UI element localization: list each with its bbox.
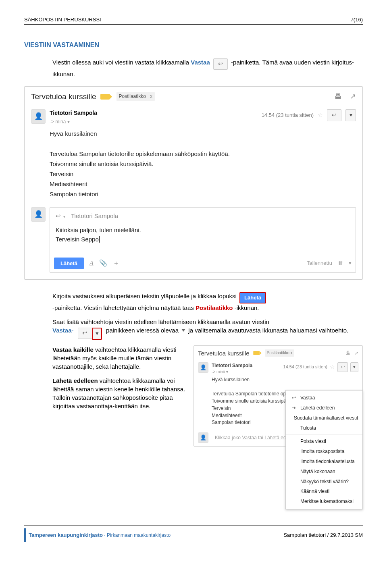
sc-sender: Tietotori Sampola (212, 363, 252, 368)
gc-header: Tervetuloa kurssille Postilaatikko x 🖶 ↗ (25, 87, 362, 107)
reply-line: Terveisin Seppo (56, 236, 99, 243)
menu-item-delete[interactable]: Poista viesti (286, 436, 362, 447)
star-icon[interactable]: ☆ (318, 111, 323, 119)
open-external-icon[interactable]: ↗ (354, 350, 358, 357)
gc-subject: Tervetuloa kurssille (31, 91, 96, 102)
reply-icon: ↩ (291, 395, 297, 401)
star-icon[interactable]: ☆ (330, 363, 335, 371)
reply-mode-icon[interactable]: ↩▾ (56, 212, 65, 220)
sender-name: Tietotori Sampola (50, 110, 97, 116)
print-icon[interactable]: 🖶 (335, 91, 342, 102)
body-line: Mediasihteerit (50, 180, 356, 188)
body-line: Sampolan tietotori (50, 190, 356, 198)
menu-item-mark-unread[interactable]: Merkitse lukemattomaksi (286, 497, 362, 507)
body-line: Tervetuloa Sampolan tietotorille opiskel… (50, 150, 356, 158)
reply-to[interactable]: Tietotori Sampola (71, 212, 118, 220)
p4-bold: Vastaa kaikille (52, 346, 94, 353)
p2-text-c: -ikkunan. (235, 304, 259, 311)
p5-bold: Lähetä edelleen (52, 377, 98, 384)
body-line: Toivomme sinulle antoisia kurssipäiviä. (50, 160, 356, 168)
p3-text-a: Saat lisää vaihtoehtoja viestin edelleen… (52, 318, 269, 325)
saved-label: Tallennettu (307, 260, 332, 267)
body-line: Hyvä kurssilainen (50, 129, 356, 138)
menu-item-garbled[interactable]: Näkyykö teksti väärin? (286, 477, 362, 487)
p3-bold: Vastaa- (52, 327, 74, 334)
footer-line1: Tampereen kaupunginkirjasto (29, 532, 103, 538)
doc-header: SÄHKÖPOSTIN PERUSKURSSI 7(16) (24, 16, 363, 25)
menu-item-report-spam[interactable]: Ilmoita roskapostista (286, 447, 362, 457)
menu-item-show-original[interactable]: Näytä kokonaan (286, 467, 362, 477)
label-tag-icon[interactable] (100, 94, 109, 100)
doc-header-left: SÄHKÖPOSTIN PERUSKURSSI (24, 16, 101, 23)
reply-icon: ↩ (213, 58, 228, 70)
avatar: 👤 (31, 109, 46, 124)
paragraph-3: Saat lisää vaihtoehtoja viestin edelleen… (52, 318, 363, 340)
discard-icon[interactable]: 🗑 (338, 260, 343, 267)
chip-label: Postilaatikko (119, 93, 146, 100)
send-button-inline: Lähetä (239, 292, 266, 303)
gc-sender-row: 👤 Tietotori Sampola -> minä ▾ 14.54 (23 … (25, 107, 362, 125)
timestamp: 14.54 (23 tuntia sitten) (262, 112, 314, 119)
paragraph-2: Kirjoita vastauksesi alkuperäisen teksti… (52, 292, 363, 312)
sc-line: Hyvä kurssilainen (212, 376, 358, 383)
open-external-icon[interactable]: ↗ (350, 91, 356, 102)
body-line: Terveisin (50, 170, 356, 178)
sc-hint-link1[interactable]: Vastaa (242, 435, 256, 440)
reply-icon: ↩ (78, 328, 92, 339)
paragraph-5: Lähetä edelleen vaihtoehtoa klikkaamalla… (52, 376, 185, 410)
send-button[interactable]: Lähetä (54, 258, 84, 269)
p2-text-b: -painiketta. Viestin lähetettyään ohjelm… (52, 304, 196, 311)
print-icon[interactable]: 🖶 (345, 350, 350, 357)
doc-header-right: 7(16) (351, 16, 363, 23)
p3-text-b: painikkeen vieressä olevaa (106, 327, 180, 334)
reply-split-button-inline: ↩ ▾ (78, 328, 102, 340)
footer-line2: Pirkanmaan maakuntakirjasto (107, 532, 171, 538)
triangle-down-icon (181, 329, 185, 332)
menu-item-reply[interactable]: ↩Vastaa (286, 393, 362, 403)
sc-avatar: 👤 (198, 432, 208, 443)
p1-bold: Vastaa (191, 59, 210, 66)
sc-chip[interactable]: Postilaatikko x (265, 349, 295, 357)
reply-button[interactable]: ↩ (337, 362, 348, 372)
gmail-message-card: Tervetuloa kurssille Postilaatikko x 🖶 ↗… (24, 86, 363, 280)
category-chip[interactable]: Postilaatikko x (117, 92, 155, 101)
attach-icon[interactable]: 📎 (99, 259, 107, 268)
reply-line: Kiitoksia paljon, tulen mielelläni. (56, 226, 350, 234)
menu-separator (286, 434, 362, 435)
menu-item-filter[interactable]: Suodata tämänkaltaiset viestit (286, 413, 362, 423)
sc-hint-b: tai (258, 435, 264, 440)
reply-button[interactable]: ↩ (327, 109, 341, 121)
p2-text-a: Kirjoita vastauksesi alkuperäisen teksti… (52, 293, 237, 299)
more-dropdown-button[interactable]: ▾ (345, 109, 356, 121)
menu-item-translate[interactable]: Käännä viesti (286, 486, 362, 497)
logo-bar-icon (24, 528, 26, 542)
to-line[interactable]: -> minä ▾ (50, 118, 97, 125)
forward-icon: ➔ (291, 405, 297, 411)
sc-hint-a: Klikkaa joko (215, 435, 242, 440)
reply-body-textarea[interactable]: Kiitoksia paljon, tulen mielelläni. Terv… (50, 224, 356, 254)
message-body: Hyvä kurssilainen Tervetuloa Sampolan ti… (25, 125, 362, 207)
message-actions-menu[interactable]: ↩Vastaa ➔Lähetä edelleen Suodata tämänka… (285, 390, 363, 509)
chip-close-icon[interactable]: x (150, 93, 152, 100)
sc-subject: Tervetuloa kurssille (198, 349, 250, 357)
label-tag-icon[interactable] (253, 351, 259, 355)
footer-logo: Tampereen kaupunginkirjasto · Pirkanmaan… (24, 528, 171, 542)
menu-item-forward[interactable]: ➔Lähetä edelleen (286, 403, 362, 413)
to-label: -> minä (50, 119, 66, 125)
reply-header: ↩▾ Tietotori Sampola (50, 208, 356, 224)
reply-avatar: 👤 (31, 207, 46, 222)
more-dropdown-button[interactable]: ▾ (350, 362, 358, 372)
paragraph-1: Viestin ollessa auki voi viestiin vastat… (52, 58, 363, 78)
reply-compose: 👤 ↩▾ Tietotori Sampola Kiitoksia paljon,… (31, 207, 356, 273)
insert-more-icon[interactable]: ＋ (113, 259, 119, 268)
more-send-options-icon[interactable]: ▾ (349, 260, 352, 267)
reply-toolbar: Lähetä A 📎 ＋ Tallennettu 🗑 ▾ (50, 254, 356, 272)
menu-item-report-phishing[interactable]: Ilmoita tiedonkalastelusta (286, 457, 362, 467)
p3-text-c: ja valitsemalla avautuvasta ikkunasta ha… (188, 327, 348, 334)
format-icon[interactable]: A (89, 259, 94, 268)
menu-item-print[interactable]: Tulosta (286, 423, 362, 433)
sc-to[interactable]: -> minä (212, 370, 225, 374)
p2-red: Postilaatikko (196, 304, 233, 311)
p1-text-a: Viestin ollessa auki voi viestiin vastat… (52, 59, 191, 66)
footer-right: Sampolan tietotori / 29.7.2013 SM (283, 532, 363, 539)
